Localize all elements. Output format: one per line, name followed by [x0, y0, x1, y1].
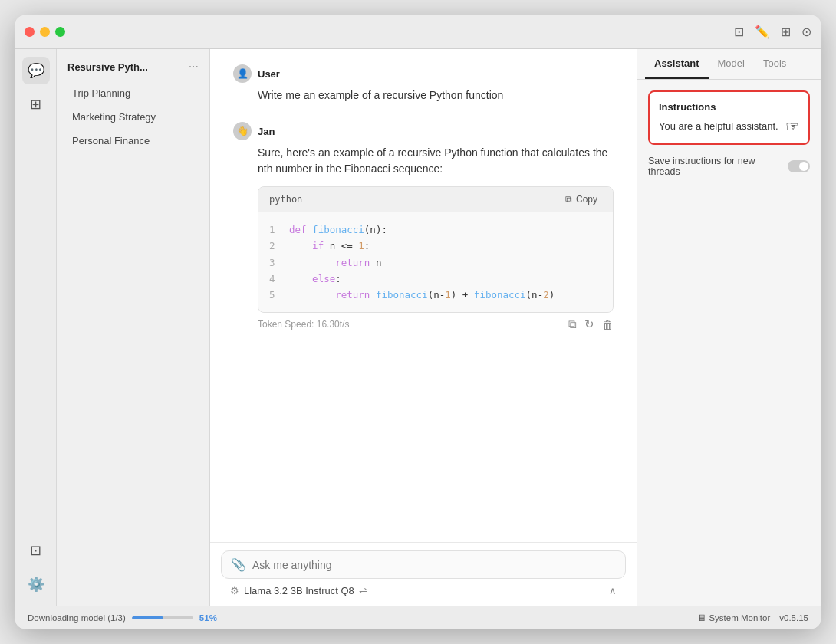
assistant-message-text: Sure, here's an example of a recursive P… — [233, 145, 614, 177]
edit-icon[interactable]: ✏️ — [755, 25, 770, 39]
copy-message-icon[interactable]: ⧉ — [568, 317, 577, 331]
download-status: Downloading model (1/3) 51% — [28, 613, 217, 623]
model-selector[interactable]: ⚙ Llama 3.2 3B Instruct Q8 ⇌ — [230, 585, 367, 596]
model-selector-row: ⚙ Llama 3.2 3B Instruct Q8 ⇌ ∧ — [221, 579, 626, 596]
code-block: python ⧉ Copy 1 def fibonacci(n): — [258, 186, 614, 313]
attach-icon[interactable]: 📎 — [231, 557, 246, 572]
right-panel: Assistant Model Tools Instructions You a… — [637, 49, 821, 606]
copy-button[interactable]: ⧉ Copy — [561, 192, 602, 206]
cursor-hand-icon: ☞ — [785, 117, 799, 136]
code-line-4: 4 else: — [269, 271, 602, 287]
token-actions: ⧉ ↻ 🗑 — [568, 317, 614, 331]
user-message-block: 👤 User Write me an example of a recursiv… — [233, 64, 614, 104]
grid-icon[interactable]: ⊞ — [781, 25, 791, 39]
titlebar-actions: ⊡ ✏️ ⊞ ⊙ — [734, 25, 811, 39]
maximize-button[interactable] — [55, 27, 65, 37]
thread-header: Resursive Pyth... ··· — [57, 57, 209, 81]
settings-icon[interactable]: ⚙️ — [22, 570, 50, 598]
model-label: Llama 3.2 3B Instruct Q8 — [244, 585, 354, 596]
icon-rail: 💬 ⊞ ⊡ ⚙️ — [15, 49, 57, 606]
progress-bar-bg — [132, 616, 193, 619]
minimize-button[interactable] — [40, 27, 50, 37]
chat-messages: 👤 User Write me an example of a recursiv… — [210, 49, 637, 542]
code-line-2: 2 if n <= 1: — [269, 238, 602, 254]
current-thread-title: Resursive Pyth... — [67, 61, 148, 73]
thread-item-trip[interactable]: Trip Planning — [61, 82, 205, 104]
chat-icon[interactable]: 💬 — [22, 57, 50, 84]
app-window: ⊡ ✏️ ⊞ ⊙ 💬 ⊞ ⊡ ⚙️ Resursive Pyth... ··· … — [15, 15, 821, 629]
close-button[interactable] — [25, 27, 35, 37]
model-icon: ⚙ — [230, 585, 239, 596]
input-area: 📎 ⚙ Llama 3.2 3B Instruct Q8 ⇌ ∧ — [210, 542, 637, 606]
tab-model[interactable]: Model — [709, 49, 754, 79]
sidebar-toggle-icon[interactable]: ⊡ — [734, 25, 744, 39]
token-speed-label: Token Speed: 16.30t/s — [258, 319, 349, 330]
tab-tools[interactable]: Tools — [754, 49, 795, 79]
apps-icon[interactable]: ⊞ — [22, 90, 50, 118]
save-instructions-label: Save instructions for new threads — [648, 156, 788, 177]
chat-input[interactable] — [252, 559, 616, 571]
right-panel-tabs: Assistant Model Tools — [637, 49, 821, 80]
assistant-avatar: 👋 — [233, 122, 252, 140]
assistant-sender-name: Jan — [258, 126, 275, 137]
user-sender-name: User — [258, 68, 280, 80]
save-instructions-toggle[interactable] — [788, 160, 810, 172]
version-label: v0.5.15 — [779, 613, 808, 623]
code-body: 1 def fibonacci(n): 2 if n <= 1: 3 retur… — [258, 212, 613, 312]
main-layout: 💬 ⊞ ⊡ ⚙️ Resursive Pyth... ··· Trip Plan… — [15, 49, 821, 606]
instructions-box[interactable]: Instructions You are a helpful assistant… — [648, 90, 810, 145]
monitor-icon: 🖥 — [697, 613, 706, 623]
regenerate-icon[interactable]: ↻ — [584, 317, 594, 331]
copy-icon: ⧉ — [565, 194, 572, 205]
input-row: 📎 — [221, 550, 626, 579]
titlebar: ⊡ ✏️ ⊞ ⊙ — [15, 15, 821, 49]
tab-assistant[interactable]: Assistant — [645, 49, 709, 79]
thread-item-finance[interactable]: Personal Finance — [61, 130, 205, 152]
token-speed-row: Token Speed: 16.30t/s ⧉ ↻ 🗑 — [233, 313, 614, 331]
user-message-text: Write me an example of a recursive Pytho… — [233, 87, 614, 104]
threads-panel: Resursive Pyth... ··· Trip Planning Mark… — [57, 49, 210, 606]
code-line-1: 1 def fibonacci(n): — [269, 222, 602, 238]
user-sender-row: 👤 User — [233, 64, 614, 83]
model-settings-icon: ⇌ — [359, 585, 367, 596]
right-panel-content: Instructions You are a helpful assistant… — [637, 80, 821, 606]
user-avatar: 👤 — [233, 64, 252, 83]
thread-item-marketing[interactable]: Marketing Strategy — [61, 106, 205, 128]
thread-menu-icon[interactable]: ··· — [189, 60, 199, 74]
code-lang-label: python — [269, 194, 302, 205]
chat-area: 👤 User Write me an example of a recursiv… — [210, 49, 637, 606]
copy-label: Copy — [576, 194, 597, 205]
save-instructions-row: Save instructions for new threads — [648, 156, 810, 177]
terminal-icon[interactable]: ⊡ — [22, 537, 50, 564]
downloading-label: Downloading model (1/3) — [28, 613, 126, 623]
progress-percent: 51% — [199, 613, 217, 623]
assistant-message-block: 👋 Jan Sure, here's an example of a recur… — [233, 122, 614, 331]
assistant-sender-row: 👋 Jan — [233, 122, 614, 140]
help-icon[interactable]: ⊙ — [801, 25, 811, 39]
code-block-header: python ⧉ Copy — [258, 187, 613, 212]
delete-icon[interactable]: 🗑 — [602, 318, 614, 331]
traffic-lights — [25, 27, 65, 37]
progress-bar-fill — [132, 616, 163, 619]
status-right: 🖥 System Monitor v0.5.15 — [697, 613, 808, 623]
code-line-5: 5 return fibonacci(n-1) + fibonacci(n-2) — [269, 287, 602, 303]
code-line-3: 3 return n — [269, 255, 602, 271]
instructions-text: You are a helpful assistant. — [659, 119, 799, 134]
instructions-label: Instructions — [659, 101, 799, 113]
model-chevron-icon[interactable]: ∧ — [609, 585, 617, 596]
status-bar: Downloading model (1/3) 51% 🖥 System Mon… — [15, 606, 821, 629]
system-monitor-label[interactable]: 🖥 System Monitor — [697, 613, 770, 623]
